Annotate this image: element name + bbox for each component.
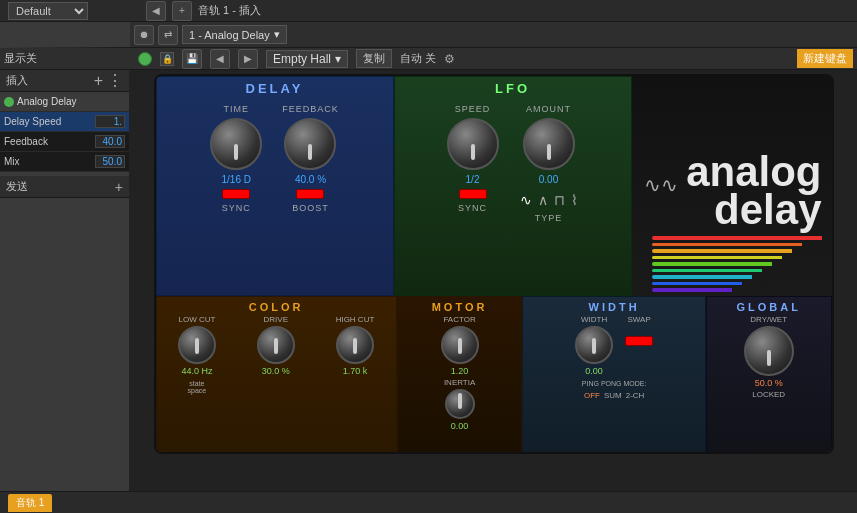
new-key-btn[interactable]: 新建键盘 [797, 49, 853, 68]
feedback-knob-col: FEEDBACK 40.0 % BOOST [282, 104, 339, 213]
locked-label: LOCKED [752, 390, 785, 399]
swap-led[interactable] [625, 336, 653, 346]
sync-led[interactable] [222, 189, 250, 199]
motor-title: MOTOR [402, 301, 518, 313]
rainbow-bars [652, 236, 832, 296]
third-bar-main: 🔒 💾 ◀ ▶ Empty Hall ▾ 复制 自动 关 ⚙ 新建键盘 [138, 49, 853, 69]
lfo-title: LFO [495, 81, 530, 96]
empty-hall-select[interactable]: Empty Hall ▾ [266, 50, 348, 68]
gear-icon[interactable]: ⚙ [444, 52, 455, 66]
boost-label: BOOST [292, 203, 329, 213]
high-cut-label: HIGH CUT [336, 315, 375, 324]
route-btn[interactable]: ⇄ [158, 25, 178, 45]
time-value: 1/16 D [222, 174, 251, 185]
wave-rnd-btn[interactable]: ⌇ [570, 191, 579, 209]
wave-sine-btn[interactable]: ∿ [519, 191, 533, 209]
pp-off-btn[interactable]: OFF [584, 391, 600, 400]
pp-sum-btn[interactable]: SUM [604, 391, 622, 400]
default-select[interactable]: Default [8, 2, 88, 20]
factor-knob[interactable] [441, 326, 479, 364]
plugin-save-btn[interactable]: 💾 [182, 49, 202, 69]
param-row-delay-speed[interactable]: Delay Speed 1. [0, 112, 129, 132]
swap-col: SWAP [625, 315, 653, 346]
track-dropdown-arrow: ▾ [274, 28, 280, 41]
color-section: COLOR LOW CUT 44.0 Hz statespace DRIVE 3… [156, 296, 397, 454]
copy-btn[interactable]: 复制 [356, 49, 392, 68]
lfo-sync-label: SYNC [458, 203, 487, 213]
add-track-btn[interactable]: + [172, 1, 192, 21]
boost-led[interactable] [296, 189, 324, 199]
send-label: 发送 [6, 179, 111, 194]
main-layout: 插入 + ⋮ Analog Delay Delay Speed 1. Feedb… [0, 70, 857, 491]
pp-2ch-btn[interactable]: 2-CH [626, 391, 645, 400]
auto-label: 自动 关 [400, 51, 436, 66]
state-space-label: statespace [188, 380, 207, 394]
lfo-type-buttons: ∿ ∧ ⊓ ⌇ [519, 191, 579, 209]
plugin-power-btn[interactable] [138, 52, 152, 66]
top-bar-main: ◀ + 音轨 1 - 插入 [146, 1, 849, 21]
rainbow-bar-3 [652, 249, 792, 253]
width-section: WIDTH WIDTH 0.00 SWAP [522, 296, 705, 454]
param-row-feedback[interactable]: Feedback 40.0 [0, 132, 129, 152]
left-bottom: 发送 + [0, 172, 129, 491]
high-cut-knob[interactable] [336, 326, 374, 364]
color-title: COLOR [161, 301, 392, 313]
width-top-row: WIDTH 0.00 SWAP [575, 315, 653, 376]
low-cut-value: 44.0 Hz [181, 366, 212, 376]
logo-section: ∿∿ analog delay [632, 76, 832, 296]
factor-label: FACTOR [443, 315, 475, 324]
insert-label: 插入 [6, 73, 90, 88]
width-inner: WIDTH 0.00 SWAP PING PONG MODE: [527, 315, 700, 400]
track-name-display[interactable]: 1 - Analog Delay ▾ [182, 25, 287, 44]
global-knob-area: DRY/WET 50.0 % LOCKED [711, 315, 827, 451]
lfo-sync-led[interactable] [459, 189, 487, 199]
delay-knob-row: TIME 1/16 D SYNC FEEDBACK 40.0 % BOOST [210, 104, 339, 213]
record-btn[interactable]: ⏺ [134, 25, 154, 45]
second-bar: ⏺ ⇄ 1 - Analog Delay ▾ [0, 22, 857, 48]
lfo-amount-knob[interactable] [523, 118, 575, 170]
dry-wet-label: DRY/WET [750, 315, 787, 324]
param-value-delay-speed: 1. [95, 115, 125, 128]
rainbow-bar-8 [652, 282, 742, 286]
send-add-btn[interactable]: + [115, 179, 123, 195]
bottom-tab[interactable]: 音轨 1 [8, 494, 52, 512]
low-cut-knob[interactable] [178, 326, 216, 364]
inertia-knob[interactable] [445, 389, 475, 419]
feedback-knob[interactable] [284, 118, 336, 170]
top-bar-left: Default [8, 2, 138, 20]
dry-wet-knob[interactable] [744, 326, 794, 376]
lfo-speed-knob[interactable] [447, 118, 499, 170]
wave-sq-btn[interactable]: ⊓ [553, 191, 566, 209]
inertia-label: INERTIA [444, 378, 475, 387]
time-knob[interactable] [210, 118, 262, 170]
param-row-mix[interactable]: Mix 50.0 [0, 152, 129, 172]
top-bar: Default ◀ + 音轨 1 - 插入 [0, 0, 857, 22]
plugin-lock-btn[interactable]: 🔒 [160, 52, 174, 66]
param-name-mix: Mix [4, 156, 93, 167]
drive-knob[interactable] [257, 326, 295, 364]
width-knob-col: WIDTH 0.00 [575, 315, 613, 376]
width-knob[interactable] [575, 326, 613, 364]
rainbow-bar-7 [652, 275, 752, 279]
lfo-amount-label: AMOUNT [526, 104, 571, 114]
time-knob-col: TIME 1/16 D SYNC [210, 104, 262, 213]
time-label: TIME [223, 104, 249, 114]
plugin-nav-right[interactable]: ▶ [238, 49, 258, 69]
insert-add-btn[interactable]: + [94, 72, 103, 90]
lfo-knob-row: SPEED 1/2 SYNC AMOUNT 0.00 ∿ [447, 104, 579, 223]
global-title: GLOBAL [711, 301, 827, 313]
logo-row: ∿∿ analog delay [644, 153, 821, 229]
lfo-type-label: TYPE [535, 213, 563, 223]
swap-label: SWAP [627, 315, 650, 324]
insert-more-btn[interactable]: ⋮ [107, 71, 123, 90]
ad-power-led[interactable] [4, 97, 14, 107]
wave-tri-btn[interactable]: ∧ [537, 191, 549, 209]
plugin-nav-left[interactable]: ◀ [210, 49, 230, 69]
low-cut-label: LOW CUT [178, 315, 215, 324]
empty-hall-arrow: ▾ [335, 52, 341, 66]
send-header: 发送 + [0, 176, 129, 198]
analog-delay-row[interactable]: Analog Delay [0, 92, 129, 112]
back-btn[interactable]: ◀ [146, 1, 166, 21]
analog-delay-label: Analog Delay [17, 96, 125, 107]
insert-header: 插入 + ⋮ [0, 70, 129, 92]
